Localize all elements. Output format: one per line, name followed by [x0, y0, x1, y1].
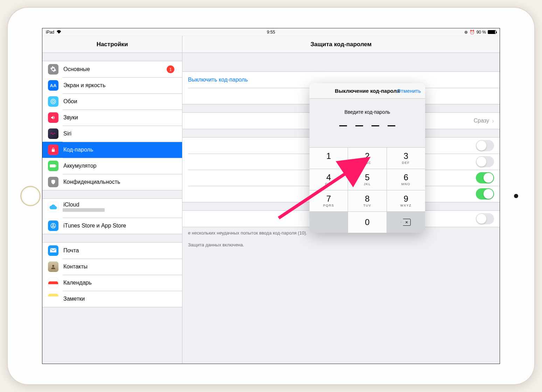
- keypad-8[interactable]: 8TUV: [348, 190, 386, 211]
- siri-icon: [48, 128, 58, 139]
- screen: iPad 9:55 ⊕ ⏰ 90 % Настройки Основные 1: [42, 28, 500, 364]
- row-label: Аккумулятор: [63, 163, 176, 169]
- settings-sidebar: Настройки Основные 1 AA Экран и яркость …: [42, 36, 182, 364]
- icloud-icon: [48, 202, 58, 212]
- toggle-switch[interactable]: [476, 213, 494, 224]
- privacy-icon: [48, 177, 58, 187]
- numeric-keypad: 1 2ABC 3DEF 4GHI 5JKL 6MNO 7PQRS 8TUV 9W…: [310, 147, 425, 233]
- modal-prompt: Введите код-пароль: [317, 109, 418, 115]
- sidebar-item-siri[interactable]: Siri: [42, 126, 182, 142]
- keypad-4[interactable]: 4GHI: [310, 169, 348, 190]
- row-label: Почта: [63, 247, 176, 254]
- sidebar-title: Настройки: [42, 36, 182, 53]
- battery-percent: 90 %: [477, 30, 486, 35]
- toggle-switch[interactable]: [476, 156, 494, 167]
- icloud-account-redacted: [63, 208, 105, 212]
- notes-icon: [48, 294, 58, 304]
- sidebar-item-privacy[interactable]: Конфиденциальность: [42, 174, 182, 190]
- clock: 9:55: [267, 30, 275, 35]
- row-label: iCloud: [63, 202, 176, 208]
- svg-rect-2: [50, 164, 56, 167]
- toggle-switch[interactable]: [476, 188, 494, 200]
- sidebar-item-calendar[interactable]: Календарь: [42, 275, 182, 291]
- sidebar-item-general[interactable]: Основные 1: [42, 61, 182, 77]
- mail-icon: [48, 245, 58, 256]
- notification-badge: 1: [167, 65, 174, 73]
- chevron-right-icon: ›: [492, 117, 494, 125]
- cancel-button[interactable]: Отменить: [397, 88, 421, 94]
- row-label: Экран и яркость: [63, 82, 176, 89]
- sidebar-item-icloud[interactable]: iCloud: [42, 199, 182, 218]
- keypad-6[interactable]: 6MNO: [387, 169, 425, 190]
- sidebar-item-battery[interactable]: Аккумулятор: [42, 158, 182, 174]
- sidebar-item-passcode[interactable]: Код-пароль: [42, 142, 182, 158]
- passcode-field: [317, 125, 418, 126]
- svg-point-5: [52, 265, 54, 267]
- row-label: Конфиденциальность: [63, 179, 176, 185]
- row-label: Обои: [63, 98, 176, 105]
- sounds-icon: [48, 112, 58, 123]
- battery-row-icon: [48, 161, 58, 171]
- calendar-icon: [48, 278, 58, 288]
- row-label: Звуки: [63, 114, 176, 121]
- device-label: iPad: [46, 30, 54, 35]
- row-label: Календарь: [63, 280, 176, 286]
- keypad-blank: [310, 212, 348, 233]
- detail-pane: Защита код-паролем Выключить код-пароль …: [182, 36, 500, 364]
- battery-icon: [488, 30, 496, 34]
- passcode-digit: [339, 125, 347, 126]
- sidebar-item-contacts[interactable]: Контакты: [42, 259, 182, 275]
- keypad-2[interactable]: 2ABC: [348, 148, 386, 169]
- keypad-7[interactable]: 7PQRS: [310, 190, 348, 211]
- keypad-0[interactable]: 0: [348, 212, 386, 233]
- passcode-digit: [355, 125, 363, 126]
- lock-icon: [48, 145, 58, 155]
- sidebar-item-mail[interactable]: Почта: [42, 243, 182, 259]
- svg-point-1: [52, 100, 54, 103]
- wallpaper-icon: [48, 96, 58, 107]
- orientation-lock-icon: ⊕: [464, 30, 468, 35]
- sidebar-item-itunes[interactable]: iTunes Store и App Store: [42, 218, 182, 234]
- front-camera: [514, 194, 518, 198]
- keypad-3[interactable]: 3DEF: [387, 148, 425, 169]
- require-value: Сразу: [474, 118, 489, 124]
- detail-title: Защита код-паролем: [182, 36, 500, 53]
- toggle-switch[interactable]: [476, 172, 494, 183]
- appstore-icon: [48, 220, 58, 231]
- sidebar-item-sounds[interactable]: Звуки: [42, 110, 182, 126]
- sidebar-item-display[interactable]: AA Экран и яркость: [42, 77, 182, 93]
- data-protection-footer: Защита данных включена.: [182, 239, 500, 251]
- link-label: Выключить код-пароль: [188, 77, 248, 83]
- keypad-5[interactable]: 5JKL: [348, 169, 386, 190]
- keypad-9[interactable]: 9WXYZ: [387, 190, 425, 211]
- toggle-switch[interactable]: [476, 140, 494, 151]
- row-label: Код-пароль: [63, 147, 176, 153]
- svg-rect-3: [56, 165, 57, 166]
- ipad-device-frame: iPad 9:55 ⊕ ⏰ 90 % Настройки Основные 1: [7, 7, 535, 385]
- svg-point-0: [51, 99, 56, 104]
- sidebar-item-notes[interactable]: Заметки: [42, 291, 182, 307]
- row-label: Siri: [63, 131, 176, 137]
- row-label: Заметки: [63, 296, 176, 302]
- passcode-modal: Выключение код-пароля Отменить Введите к…: [310, 83, 425, 233]
- modal-title: Выключение код-пароля: [335, 88, 399, 94]
- gear-icon: [48, 64, 58, 75]
- wifi-icon: [56, 30, 61, 35]
- row-label: Контакты: [63, 264, 176, 270]
- passcode-digit: [371, 125, 379, 126]
- backspace-icon: [401, 219, 411, 226]
- contacts-icon: [48, 261, 58, 272]
- keypad-backspace[interactable]: [387, 212, 425, 233]
- alarm-icon: ⏰: [470, 30, 475, 35]
- row-label: iTunes Store и App Store: [63, 223, 176, 229]
- status-bar: iPad 9:55 ⊕ ⏰ 90 %: [42, 28, 500, 36]
- row-label: Основные: [63, 66, 167, 72]
- display-icon: AA: [48, 80, 58, 91]
- sidebar-item-wallpaper[interactable]: Обои: [42, 93, 182, 110]
- home-button[interactable]: [20, 186, 41, 206]
- modal-header: Выключение код-пароля Отменить: [310, 83, 425, 99]
- keypad-1[interactable]: 1: [310, 148, 348, 169]
- passcode-digit: [388, 125, 395, 126]
